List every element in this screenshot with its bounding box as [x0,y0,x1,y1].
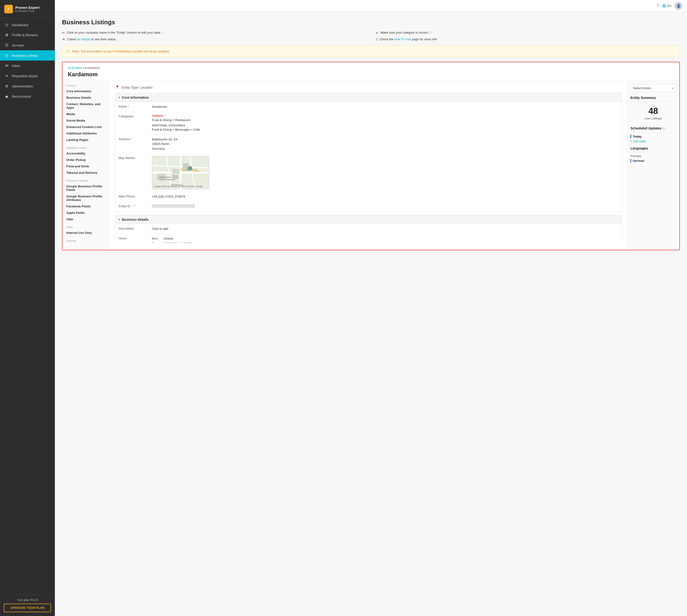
sidenav-additional-attributes[interactable]: Additional Attributes [63,130,110,137]
info-text-listings: Check all listings to see their status [67,37,116,42]
tip-icon-2[interactable]: ⓘ [429,31,431,34]
upgrade-button[interactable]: UPGRADE YOUR PLAN [4,603,51,612]
warning-icon: ⚠ [66,49,70,54]
field-label-map: Map Marker [119,156,152,189]
language-selector[interactable]: 🌐 EN [662,4,671,8]
other-group-label: Other [63,226,110,229]
field-name: Name * Kardamom [115,102,622,112]
content-group-label: Content [63,84,110,88]
sidebar-item-inbox[interactable]: ✉ Inbox [0,61,55,71]
logo-sub: It's All About Trust [15,10,40,13]
info-item-how-to-use: ? Check the How To Use page for more inf… [376,37,680,42]
field-categories: Categories PRIMARY * Food & Dining > Res… [115,112,622,135]
sidebar-bottom: Your plan: PLUS UPGRADE YOUR PLAN [0,594,55,616]
inbox-icon: ✉ [4,63,9,68]
sidebar-item-recommend[interactable]: ◆ Recommend [0,91,55,102]
sidenav-apple-fields[interactable]: Apple Fields [63,210,110,216]
core-information-header[interactable]: ▾ Core Information [115,93,622,102]
field-value-phone[interactable]: +49 (DE) 07621 379078 [152,194,619,199]
help-icon[interactable]: ? [657,3,659,8]
sidenav-landing-pages[interactable]: Landing Pages [63,137,110,143]
sidenav-uber[interactable]: Uber [63,216,110,222]
sidenav-takeout-delivery[interactable]: Takeout and Delivery [63,170,110,176]
how-to-use-link[interactable]: How To Use [394,38,411,41]
sidenav-food-drink[interactable]: Food and Drink [63,163,110,170]
sidenav-contact-websites[interactable]: Contact, Websites, and Apps [63,101,110,111]
field-label-name: Name * [119,104,152,109]
sidenav-google-profile-fields[interactable]: Google Business Profile Fields [63,183,110,193]
languages-card: Languages Primary German [630,146,676,162]
chevron-down-icon: ▾ [119,96,120,99]
tip-icon-scheduled[interactable]: ⓘ [662,127,665,130]
hours-tue-day: Tue [152,241,162,243]
sidebar-item-reputation-boost[interactable]: ✈ Reputation Boost › [0,71,55,81]
entity-summary-title: Entity Summary [630,96,676,100]
field-value-description[interactable]: Click to add [152,226,619,231]
sidenav-social-media[interactable]: Social Media [63,117,110,124]
select-action-wrapper: Select Action Edit Delete ▾ [630,84,676,92]
reputation-boost-icon: ✈ [4,74,9,78]
required-marker: * [135,204,136,207]
sidebar-item-profile[interactable]: 🖥 Profile & Reviews [0,30,55,40]
address-line-1: Badensche Str. 54 [152,137,619,142]
page-title: Business Listings [62,19,680,26]
sidebar-item-administration[interactable]: ⚙ Administration › [0,81,55,91]
content-area: Business Listings ✏ Click on your compan… [55,12,687,616]
field-value-address[interactable]: Badensche Str. 54 10825 Berlin Germany [152,137,619,151]
business-listings-icon: ◎ [4,53,9,58]
all-listings-link[interactable]: all listings [77,38,90,41]
settings-group-label: Settings [63,239,110,243]
sidenav-accessibility[interactable]: Accessibility [63,150,110,157]
chevron-right-icon: › [50,85,50,88]
globe-icon: 🌐 [662,4,666,8]
tip-icon[interactable]: ⓘ [161,31,164,34]
info-item-category: ✔ Make sure your category is correct ⓘ [376,30,680,36]
content-group: Content Core Information Business Detail… [63,84,110,143]
entity-section: All Entities / Kardamom Kardamom Content… [62,62,680,250]
sidenav-facebook-fields[interactable]: Facebook Fields [63,203,110,210]
field-value-categories[interactable]: PRIMARY * Food & Dining > Restaurant ADD… [152,114,619,132]
info-item-listings: 👁 Check all listings to see their status [62,37,366,42]
tip-icon-entity[interactable]: ⓘ [131,204,134,208]
sidenav-enhanced-content[interactable]: Enhanced Content Lists [63,124,110,130]
field-value-name[interactable]: Kardamom [152,104,619,109]
info-grid: ✏ Click on your company name in the "Ent… [62,30,680,42]
sidebar-nav: ⊙ Dashboard 🖥 Profile & Reviews ☰ Survey… [0,18,55,594]
sidebar-item-business-listings[interactable]: ◎ Business Listings [0,50,55,61]
breadcrumb-parent[interactable]: All Entities [68,66,82,70]
summary-divider [630,102,676,102]
map-placeholder[interactable]: HWR Bibliothek Campus Schöneberg Baden­s… [152,156,209,189]
field-entity-id: Entity ID ⓘ * [115,202,622,212]
sidenav-google-profile-attrs[interactable]: Google Business Profile Attributes [63,193,110,203]
add-date-link[interactable]: + Add Date [630,139,646,143]
sidenav-order-pickup[interactable]: Order Pickup [63,157,110,163]
address-line-3: Germany [152,146,619,151]
user-avatar[interactable]: 👤 [674,2,682,10]
field-label-entity-id: Entity ID ⓘ * [119,204,152,209]
select-action[interactable]: Select Action Edit Delete [630,84,676,92]
sidebar-item-dashboard[interactable]: ⊙ Dashboard [0,20,55,30]
entity-body: Content Core Information Business Detail… [63,81,679,250]
sidebar-item-label: Profile & Reviews [12,33,50,37]
sidenav-internal-use[interactable]: Internal Use Only [63,229,110,236]
sidenav-business-details[interactable]: Business Details [63,94,110,101]
sidenav-media[interactable]: Media [63,111,110,117]
lang-label: EN [667,4,671,8]
breadcrumb: All Entities / Kardamom [68,66,674,70]
sidebar-item-label: Recommend [12,95,50,98]
field-hours: Hours Mon Closed Tue 10:00 AM to 9:00 PM… [115,234,622,243]
required-marker: * [131,137,132,141]
sidebar-item-surveys[interactable]: ☰ Surveys [0,40,55,50]
primary-tag: PRIMARY * [152,114,619,118]
surveys-icon: ☰ [4,43,9,47]
entity-header: All Entities / Kardamom Kardamom [63,62,679,81]
entity-count: 48 Live Listings [630,104,676,123]
field-map-marker: Map Marker [115,154,622,192]
main-wrapper: ? 🌐 EN 👤 Business Listings ✏ Click on yo… [55,0,687,616]
sidenav-core-information[interactable]: Core Information [63,88,110,94]
core-information-section: ▾ Core Information Name * Kardamom Ca [115,93,622,212]
field-value-hours[interactable]: Mon Closed Tue 10:00 AM to 9:00 PM Wed 1… [152,236,619,243]
edit-icon: ✏ [62,30,65,36]
sidebar: ✓ Proven Expert It's All About Trust ⊙ D… [0,0,55,616]
business-details-header[interactable]: ▾ Business Details [115,215,622,224]
